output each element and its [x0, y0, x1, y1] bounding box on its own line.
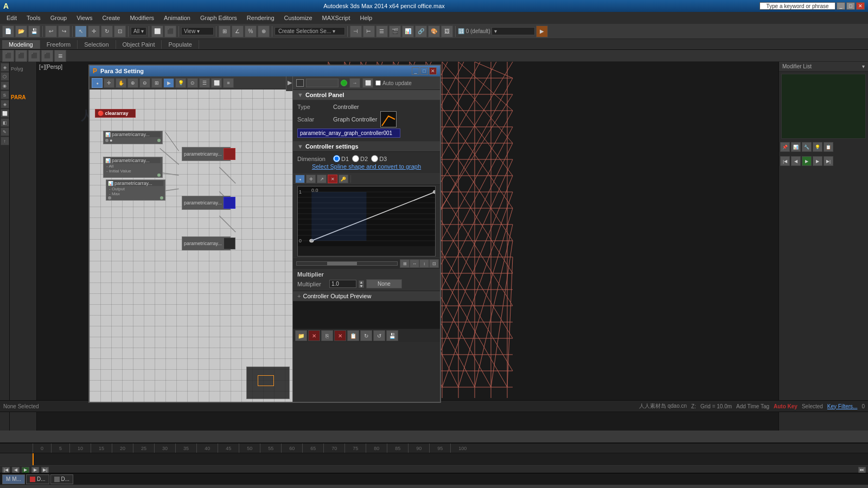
graph-delete-btn[interactable]: ✕	[328, 175, 337, 183]
tl-next-key-btn[interactable]: ▶|	[41, 467, 49, 473]
render-button[interactable]: ▶	[536, 25, 548, 37]
action-refresh-button[interactable]: ↻	[360, 330, 372, 341]
tab-populate[interactable]: Populate	[162, 40, 199, 49]
prev-frame-button[interactable]: ◀	[791, 156, 801, 166]
cp-name-field[interactable]	[306, 79, 339, 87]
render-scene-button[interactable]: 🖼	[441, 25, 453, 37]
graph-move-btn[interactable]: ✛	[306, 175, 316, 183]
open-file-button[interactable]: 📂	[15, 25, 27, 37]
action-copy-button[interactable]: ⎘	[321, 330, 333, 341]
graph-select-btn[interactable]: ⬥	[295, 175, 305, 183]
left-icon-5[interactable]: ◈	[1, 100, 9, 108]
select-button[interactable]: ↖	[75, 25, 87, 37]
status-key-filters[interactable]: Key Filters...	[827, 403, 858, 409]
close-button[interactable]: ✕	[856, 2, 865, 10]
d1-radio[interactable]	[333, 155, 340, 162]
left-icon-2[interactable]: ⬡	[1, 72, 9, 81]
d2-radio-label[interactable]: D2	[352, 155, 368, 162]
action-save-button[interactable]: 💾	[386, 330, 398, 341]
menu-animation[interactable]: Animation	[159, 14, 195, 22]
node-parametricarray-3[interactable]: 📊 parametricarray... - Output - Max	[106, 179, 165, 201]
d3-radio-label[interactable]: D3	[371, 155, 387, 162]
node-pan-button[interactable]: ✋	[116, 78, 126, 88]
save-file-button[interactable]: 💾	[28, 25, 40, 37]
menu-group[interactable]: Group	[46, 14, 72, 22]
snap-percent-button[interactable]: %	[245, 25, 257, 37]
tab-modeling[interactable]: Modeling	[2, 40, 40, 49]
node-parametricarray-1[interactable]: 📊 parametricarray... ●	[103, 131, 163, 144]
tab-freeform[interactable]: Freeform	[40, 40, 78, 49]
tab-selection[interactable]: Selection	[78, 40, 116, 49]
left-icon-4[interactable]: S	[1, 91, 9, 99]
select-region-button[interactable]: ⬜	[151, 25, 163, 37]
menu-tools[interactable]: Tools	[22, 14, 45, 22]
view-dropdown[interactable]: View ▾	[181, 27, 214, 35]
graph-scale-btn[interactable]: ↗	[317, 175, 327, 183]
tab-object-paint[interactable]: Object Paint	[116, 40, 162, 49]
taskbar-item-d1[interactable]: D...	[26, 474, 49, 484]
play-button[interactable]: ▶	[802, 156, 812, 166]
para-restore-button[interactable]: □	[420, 67, 428, 75]
menu-views[interactable]: Views	[72, 14, 97, 22]
taskbar-item-m[interactable]: M M...	[2, 474, 25, 484]
tl-next-frame-btn[interactable]: ▶	[31, 467, 39, 473]
move-button[interactable]: ✛	[88, 25, 100, 37]
graph-key-btn[interactable]: 🔑	[339, 175, 348, 183]
timeline-track[interactable]	[33, 453, 868, 465]
node-frame-button[interactable]: ⬜	[211, 78, 222, 88]
mult-down-arrow[interactable]: ▼	[359, 284, 364, 288]
poly-btn-1[interactable]: ⬛	[2, 50, 14, 62]
left-icon-6[interactable]: ⬜	[1, 109, 9, 118]
action-redo-button[interactable]: ↺	[373, 330, 385, 341]
minimize-button[interactable]: _	[837, 2, 845, 10]
node-parametricarray-right-1[interactable]: parametricarray...	[182, 147, 231, 161]
cop-header[interactable]: + Controller Output Preview	[293, 291, 440, 301]
menu-edit[interactable]: Edit	[2, 14, 21, 22]
node-light-button[interactable]: 💡	[175, 78, 186, 88]
rp-btn-1[interactable]: 📌	[780, 142, 790, 152]
window-crossing-button[interactable]: ⬛	[164, 25, 176, 37]
graph-controller-icon[interactable]	[380, 111, 397, 127]
node-connect-button[interactable]: ⬥	[92, 78, 103, 88]
next-key-button[interactable]: ▶|	[824, 156, 833, 166]
maximize-button[interactable]: □	[846, 2, 855, 10]
multiplier-spinner[interactable]: ▲ ▼	[359, 280, 364, 288]
left-icon-7[interactable]: ◧	[1, 118, 9, 127]
menu-maxscript[interactable]: MAXScript	[318, 14, 355, 22]
layer-manager-button[interactable]: ☰	[376, 25, 388, 37]
graph-scroll-thumb[interactable]	[327, 262, 358, 265]
frame-dropdown[interactable]: ▾	[492, 27, 535, 35]
graph-area[interactable]: 1 0 0.0	[297, 186, 436, 256]
cp-arrow-button[interactable]: →	[349, 78, 360, 88]
controller-name-input[interactable]	[297, 129, 400, 138]
action-open-button[interactable]: 📁	[295, 330, 307, 341]
left-icon-9[interactable]: ↑	[1, 137, 9, 145]
node-move-button[interactable]: ✛	[104, 78, 114, 88]
prev-key-button[interactable]: |◀	[780, 156, 790, 166]
graph-scrollbar-h[interactable]	[296, 261, 398, 266]
menu-graph-editors[interactable]: Graph Editors	[196, 14, 241, 22]
multiplier-none-button[interactable]: None	[366, 279, 402, 288]
create-selection-set[interactable]: Create Selection Se... ▾	[275, 27, 345, 35]
search-box[interactable]: Type a keyword or phrase	[760, 2, 835, 10]
para-close-button[interactable]: ✕	[429, 67, 437, 75]
align-button[interactable]: ⊞	[219, 25, 231, 37]
scale-button[interactable]: ⊡	[114, 25, 126, 37]
tl-prev-key-btn[interactable]: |◀	[2, 467, 10, 473]
node-parametricarray-right-3[interactable]: parametricarray...	[182, 236, 231, 251]
tl-end-btn[interactable]: ⏭	[858, 467, 866, 473]
node-menu-button[interactable]: ≡	[223, 78, 234, 88]
next-frame-button[interactable]: ▶	[813, 156, 822, 166]
snap-angle-button[interactable]: ∠	[232, 25, 244, 37]
graph-zoom-fit-btn[interactable]: ⊡	[429, 259, 439, 268]
align2-button[interactable]: ⊢	[363, 25, 375, 37]
graph-fit-btn[interactable]: ⊞	[400, 259, 410, 268]
scene-states-button[interactable]: 🎬	[389, 25, 401, 37]
node-zoom-out-button[interactable]: ⊖	[139, 78, 150, 88]
modifier-list-dropdown[interactable]: ▾	[862, 63, 865, 69]
d1-radio-label[interactable]: D1	[333, 155, 349, 162]
menu-customize[interactable]: Customize	[280, 14, 317, 22]
auto-update-checkbox[interactable]	[375, 80, 381, 86]
d3-radio[interactable]	[371, 155, 378, 162]
menu-create[interactable]: Create	[98, 14, 124, 22]
